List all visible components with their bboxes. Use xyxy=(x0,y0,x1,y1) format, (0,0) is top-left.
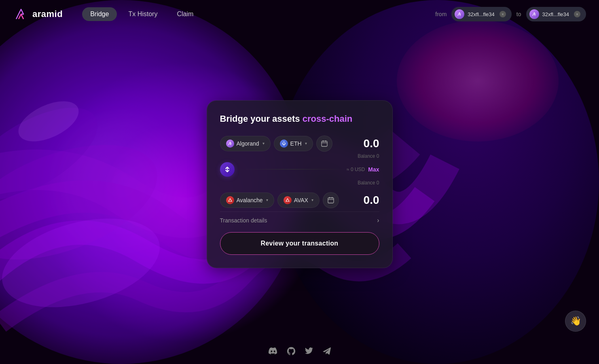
bridge-card: Bridge your assets cross-chain Algorand xyxy=(207,100,393,268)
from-balance-row: Balance 0 xyxy=(220,153,379,159)
to-wallet-icon xyxy=(529,9,539,19)
header-right: from 32xfl...fle34 × to 32xfl...fle34 xyxy=(435,7,586,21)
eth-icon xyxy=(280,140,288,148)
svg-rect-13 xyxy=(328,198,334,203)
to-chain-label: Avalanche xyxy=(237,197,263,203)
github-link[interactable] xyxy=(287,347,295,357)
middle-row: ≈ 0 USD Max xyxy=(220,162,379,177)
to-token-chevron: ▾ xyxy=(311,198,313,202)
to-wallet-close[interactable]: × xyxy=(574,11,580,17)
to-selectors: Avalanche ▾ AVAX ▾ xyxy=(220,192,339,208)
from-token-dropdown[interactable]: ETH ▾ xyxy=(274,136,313,151)
from-chain-dropdown[interactable]: Algorand ▾ xyxy=(220,136,271,151)
from-selectors: Algorand ▾ ETH ▾ xyxy=(220,135,332,152)
from-chain-chevron: ▾ xyxy=(262,141,265,146)
main-content: Bridge your assets cross-chain Algorand xyxy=(0,28,599,340)
nav-bridge[interactable]: Bridge xyxy=(82,7,117,21)
from-wallet-badge[interactable]: 32xfl...fle34 × xyxy=(451,7,512,21)
from-token-label: ETH xyxy=(290,140,302,147)
svg-marker-6 xyxy=(282,144,286,146)
to-token-label: AVAX xyxy=(294,197,308,203)
from-label: from xyxy=(435,11,447,17)
from-calendar-button[interactable] xyxy=(316,135,332,152)
logo-icon xyxy=(13,6,29,22)
card-title: Bridge your assets cross-chain xyxy=(220,114,379,124)
swap-button[interactable] xyxy=(220,162,235,177)
max-button[interactable]: Max xyxy=(368,166,379,173)
twitter-link[interactable] xyxy=(305,347,313,357)
from-wallet-icon xyxy=(455,9,464,19)
avalanche-icon xyxy=(226,196,234,204)
navigation: Bridge Tx History Claim xyxy=(82,7,201,21)
to-calendar-button[interactable] xyxy=(323,192,339,208)
avax-icon xyxy=(284,196,292,204)
from-wallet-address: 32xfl...fle34 xyxy=(468,11,495,17)
transaction-details-row[interactable]: Transaction details › xyxy=(220,212,379,229)
to-chain-chevron: ▾ xyxy=(266,198,268,202)
logo-text: aramid xyxy=(32,9,63,19)
nav-tx-history[interactable]: Tx History xyxy=(120,7,165,21)
svg-marker-12 xyxy=(286,199,289,201)
help-fab[interactable]: 👋 xyxy=(565,311,586,332)
svg-rect-7 xyxy=(322,141,327,146)
from-chain-row: Algorand ▾ ETH ▾ xyxy=(220,135,379,152)
from-token-chevron: ▾ xyxy=(305,141,307,146)
svg-marker-11 xyxy=(229,199,232,201)
to-chain-row: Avalanche ▾ AVAX ▾ xyxy=(220,192,379,208)
review-transaction-button[interactable]: Review your transaction xyxy=(220,232,379,255)
to-balance-text: Balance 0 xyxy=(358,180,379,186)
nav-claim[interactable]: Claim xyxy=(169,7,201,21)
content-layer: aramid Bridge Tx History Claim from 32xf… xyxy=(0,0,599,364)
header: aramid Bridge Tx History Claim from 32xf… xyxy=(0,0,599,28)
to-wallet-address: 32xfl...fle34 xyxy=(542,11,569,17)
card-title-static: Bridge your assets xyxy=(220,114,300,124)
from-amount-value: 0.0 xyxy=(364,137,379,150)
to-token-dropdown[interactable]: AVAX ▾ xyxy=(277,193,320,208)
card-title-accent: cross-chain xyxy=(303,114,353,124)
to-chain-dropdown[interactable]: Avalanche ▾ xyxy=(220,193,274,208)
middle-divider xyxy=(238,169,347,169)
tx-details-label: Transaction details xyxy=(220,217,267,224)
from-wallet-close[interactable]: × xyxy=(500,11,506,17)
footer xyxy=(0,340,599,364)
logo[interactable]: aramid xyxy=(13,6,63,22)
usd-value: ≈ 0 USD xyxy=(347,167,365,172)
from-balance-text: Balance 0 xyxy=(358,153,379,159)
tx-details-arrow: › xyxy=(377,217,379,224)
to-label: to xyxy=(516,11,521,17)
to-balance-top: Balance 0 xyxy=(220,180,379,186)
fab-icon: 👋 xyxy=(570,316,581,326)
discord-link[interactable] xyxy=(269,347,277,357)
algorand-icon xyxy=(226,140,234,148)
from-chain-label: Algorand xyxy=(237,140,259,147)
telegram-link[interactable] xyxy=(323,347,331,357)
to-amount-value: 0.0 xyxy=(364,194,379,207)
to-wallet-badge[interactable]: 32xfl...fle34 × xyxy=(526,7,586,21)
